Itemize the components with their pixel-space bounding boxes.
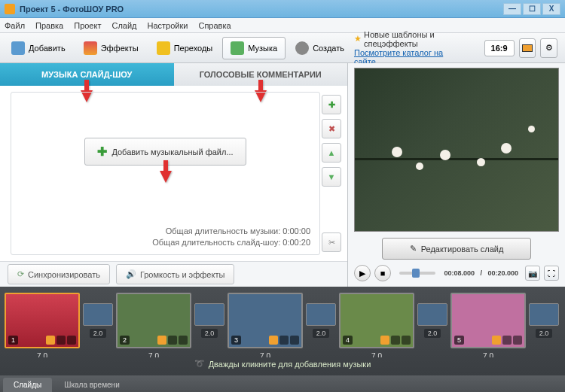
timeline-slide[interactable]: 27.0 xyxy=(116,293,191,348)
star-icon xyxy=(157,41,170,55)
minimize-button[interactable]: — xyxy=(503,3,521,15)
transition-thumb xyxy=(194,303,224,326)
slide-tool-icon[interactable] xyxy=(67,336,76,345)
edit-slide-button[interactable]: ✎Редактировать слайд xyxy=(382,238,532,260)
transition-duration: 2.0 xyxy=(90,329,107,338)
cut-button[interactable]: ✂ xyxy=(322,232,341,252)
transition-thumb xyxy=(529,303,559,326)
stop-button[interactable]: ■ xyxy=(374,265,391,281)
aspect-ratio[interactable]: 16:9 xyxy=(484,40,515,56)
transition-duration: 2.0 xyxy=(313,329,330,338)
x-icon: ✖ xyxy=(328,124,335,134)
fullscreen-button[interactable]: ⛶ xyxy=(544,266,559,281)
slide-number: 5 xyxy=(454,336,464,345)
timeline-transition[interactable]: 2.0 xyxy=(528,293,560,348)
timeline-slide[interactable]: 37.0 xyxy=(228,293,303,348)
slide-number: 4 xyxy=(343,336,353,345)
arrow-annotation xyxy=(160,171,172,183)
tab-voice-comments[interactable]: ГОЛОСОВЫЕ КОММЕНТАРИИ xyxy=(174,63,348,86)
star-icon: ★ xyxy=(354,34,362,44)
play-button[interactable]: ▶ xyxy=(354,265,371,281)
slide-duration: 7.0 xyxy=(6,352,78,357)
duration-info: Общая длительность музыки: 0:00:00 Общая… xyxy=(152,226,319,248)
maximize-button[interactable]: ☐ xyxy=(523,3,541,15)
remove-track-button[interactable]: ✖ xyxy=(322,119,341,138)
effects-button[interactable]: Эффекты xyxy=(75,37,147,59)
timeline-slide[interactable]: 57.0 xyxy=(450,293,526,348)
camera-icon: 📷 xyxy=(528,269,537,278)
slide-tool-icon[interactable] xyxy=(513,336,522,345)
main-toolbar: Добавить Эффекты Переходы Музыка Создать… xyxy=(0,33,565,63)
tab-timescale[interactable]: Шкала времени xyxy=(53,378,130,392)
app-icon xyxy=(5,4,15,14)
promo-box: ★Новые шаблоны и спецэффекты Посмотрите … xyxy=(354,30,472,66)
seek-slider[interactable] xyxy=(399,272,435,275)
tab-slides[interactable]: Слайды xyxy=(3,378,52,392)
timeline-slide[interactable]: 47.0 xyxy=(339,293,414,348)
sync-button[interactable]: ⟳Синхронизировать xyxy=(8,264,110,284)
volume-effects-button[interactable]: 🔊Громкость и эффекты xyxy=(116,264,234,284)
slide-tool-icon[interactable] xyxy=(391,336,400,345)
menu-edit[interactable]: Правка xyxy=(35,21,63,30)
add-button[interactable]: Добавить xyxy=(3,37,74,59)
music-note-icon xyxy=(231,41,244,55)
plus-icon: ✚ xyxy=(97,144,107,159)
tab-slideshow-music[interactable]: МУЗЫКА СЛАЙД-ШОУ xyxy=(0,63,174,86)
music-button[interactable]: Музыка xyxy=(222,37,286,59)
timeline-transition[interactable]: 2.0 xyxy=(82,293,114,348)
palette-icon xyxy=(84,41,97,55)
slide-tool-icon[interactable] xyxy=(46,336,55,345)
sync-icon: ⟳ xyxy=(17,269,24,279)
time-current: 00:08.000 xyxy=(444,269,475,277)
menu-slide[interactable]: Слайд xyxy=(111,21,136,30)
slide-tool-icon[interactable] xyxy=(279,336,289,345)
slide-tool-icon[interactable] xyxy=(402,336,411,345)
slide-tool-icon[interactable] xyxy=(502,336,512,345)
menu-file[interactable]: Файл xyxy=(5,21,25,30)
move-up-button[interactable]: ▲ xyxy=(322,143,341,163)
monitor-icon xyxy=(522,44,533,52)
add-music-button[interactable]: ✚ Добавить музыкальный файл... xyxy=(84,138,246,166)
gear-icon: ⚙ xyxy=(545,43,553,53)
preview-panel: ✎Редактировать слайд ▶ ■ 00:08.000 / 00:… xyxy=(348,63,565,287)
settings-button[interactable]: ⚙ xyxy=(540,38,557,58)
slide-number: 3 xyxy=(231,336,241,345)
window-title: Проект 5 - ФотоШОУ PRO xyxy=(20,5,124,14)
display-button[interactable] xyxy=(519,38,536,58)
slide-tool-icon[interactable] xyxy=(168,336,177,345)
camera-icon xyxy=(11,41,25,55)
time-total: 00:20.000 xyxy=(487,269,518,277)
move-down-button[interactable]: ▼ xyxy=(322,167,341,187)
slide-tool-icon[interactable] xyxy=(179,336,188,345)
slide-tool-icon[interactable] xyxy=(56,336,66,345)
bottom-tabs: Слайды Шкала времени xyxy=(0,375,565,392)
transitions-button[interactable]: Переходы xyxy=(148,37,221,59)
slide-duration: 7.0 xyxy=(452,352,524,357)
slide-tool-icon[interactable] xyxy=(492,336,501,345)
slide-tool-icon[interactable] xyxy=(290,336,299,345)
menu-settings[interactable]: Настройки xyxy=(148,21,188,30)
add-track-button[interactable]: ✚ xyxy=(322,95,341,114)
timeline-slide[interactable]: 17.0 xyxy=(5,293,80,348)
scissors-icon: ✂ xyxy=(328,238,335,248)
create-button[interactable]: Создать xyxy=(287,37,353,59)
slide-tool-icon[interactable] xyxy=(157,336,166,345)
snapshot-button[interactable]: 📷 xyxy=(525,266,540,281)
timeline-transition[interactable]: 2.0 xyxy=(194,293,225,348)
music-list-panel: ✚ Добавить музыкальный файл... Общая дли… xyxy=(11,92,320,255)
plus-icon: ✚ xyxy=(328,100,335,110)
slider-thumb[interactable] xyxy=(412,269,420,278)
expand-icon: ⛶ xyxy=(548,269,555,278)
slide-tool-icon[interactable] xyxy=(269,336,278,345)
menu-help[interactable]: Справка xyxy=(198,21,231,30)
timeline-transition[interactable]: 2.0 xyxy=(305,293,337,348)
slide-duration: 7.0 xyxy=(118,352,190,357)
close-button[interactable]: X xyxy=(542,3,560,15)
left-panel: МУЗЫКА СЛАЙД-ШОУ ГОЛОСОВЫЕ КОММЕНТАРИИ ✚… xyxy=(0,63,348,287)
timeline: 17.02.027.02.037.02.047.02.057.02.0 ➰Два… xyxy=(0,287,565,375)
slide-tool-icon[interactable] xyxy=(380,336,389,345)
menu-project[interactable]: Проект xyxy=(74,21,101,30)
preview-viewport xyxy=(354,68,559,232)
up-icon: ▲ xyxy=(328,148,336,157)
timeline-transition[interactable]: 2.0 xyxy=(417,293,448,348)
